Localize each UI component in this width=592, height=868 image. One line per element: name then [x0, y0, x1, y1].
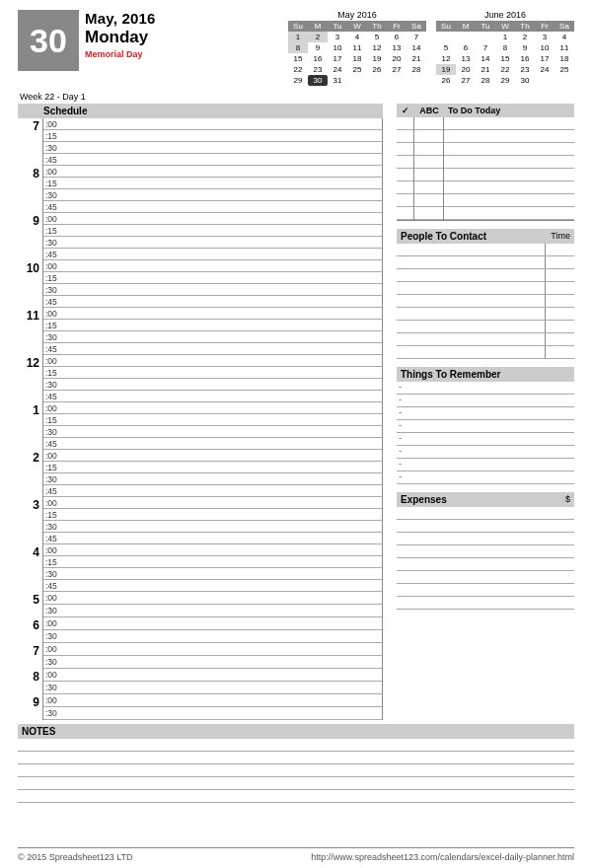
remember-row: -	[397, 395, 574, 407]
remember-row: -	[397, 382, 574, 395]
expense-row	[397, 584, 574, 597]
hour-label: 9	[18, 694, 43, 720]
remember-row: -	[397, 446, 574, 459]
hour-label: 3	[18, 497, 43, 544]
todo-row	[444, 130, 574, 143]
contact-row	[397, 256, 574, 269]
remember-title: Things To Remember	[401, 369, 501, 380]
hour-label: 7	[18, 643, 43, 669]
remember-panel: Things To Remember --------	[397, 367, 574, 484]
contact-row	[397, 308, 574, 321]
notes-rows	[18, 739, 574, 803]
todo-row	[414, 169, 443, 181]
expense-row	[397, 520, 574, 533]
day-number: 30	[18, 10, 79, 71]
schedule-header: Schedule	[18, 104, 383, 118]
hour-label: 11	[18, 308, 43, 355]
expenses-rows	[397, 507, 574, 610]
hour-label: 5	[18, 592, 43, 617]
todo-row	[414, 117, 443, 130]
contact-header: People To Contact Time	[397, 229, 574, 244]
todo-col-abc: ABC	[414, 104, 444, 117]
todo-col-check: ✓	[397, 104, 414, 117]
schedule-slot: :45	[43, 249, 382, 260]
expenses-panel: Expenses $	[397, 492, 574, 610]
schedule-slot: :15	[43, 414, 382, 426]
hour-label: 7	[18, 118, 43, 166]
holiday-label: Memorial Day	[85, 49, 156, 59]
schedule-slot: :30	[43, 473, 382, 485]
footer: © 2015 Spreadsheet123 LTD http://www.spr…	[18, 847, 574, 862]
schedule-slot: :30	[43, 284, 382, 296]
schedule-slot: :45	[43, 391, 382, 402]
todo-row	[397, 207, 413, 220]
mini-calendar: June 2016SuMTuWThFrSa1234567891011121314…	[436, 10, 574, 86]
todo-row	[414, 143, 443, 156]
schedule-slot: :15	[43, 225, 382, 237]
schedule-slot: :45	[43, 580, 382, 592]
remember-row: -	[397, 471, 574, 484]
todo-row	[397, 169, 413, 181]
schedule-slot: :00	[43, 592, 382, 605]
todo-row	[444, 181, 574, 194]
expense-row	[397, 571, 574, 584]
todo-col-title: To Do Today	[444, 104, 574, 117]
hour-label: 8	[18, 669, 43, 694]
schedule-slot: :45	[43, 201, 382, 213]
schedule-slot: :45	[43, 296, 382, 308]
schedule-slot: :15	[43, 462, 382, 473]
remember-row: -	[397, 459, 574, 471]
contact-row	[397, 282, 574, 295]
schedule-slot: :45	[43, 154, 382, 166]
footer-copyright: © 2015 Spreadsheet123 LTD	[18, 852, 133, 862]
schedule-slot: :45	[43, 533, 382, 544]
schedule-grid: 7:00:15:30:458:00:15:30:459:00:15:30:451…	[18, 118, 383, 720]
minical-title: May 2016	[288, 10, 426, 20]
contact-row	[397, 333, 574, 346]
todo-row	[414, 156, 443, 169]
contact-row	[397, 346, 574, 359]
contact-row	[397, 269, 574, 282]
schedule-slot: :00	[43, 213, 382, 225]
notes-row	[18, 764, 574, 777]
schedule-slot: :45	[43, 438, 382, 450]
todo-row	[444, 143, 574, 156]
expenses-symbol: $	[565, 494, 570, 505]
schedule-slot: :30	[43, 630, 382, 643]
hour-label: 12	[18, 355, 43, 402]
schedule-slot: :15	[43, 556, 382, 568]
remember-rows: --------	[397, 382, 574, 484]
schedule-slot: :30	[43, 656, 382, 669]
contact-row	[397, 321, 574, 333]
notes-header: NOTES	[18, 724, 574, 739]
schedule-slot: :00	[43, 260, 382, 272]
schedule-slot: :15	[43, 509, 382, 521]
schedule-slot: :00	[43, 669, 382, 682]
schedule-slot: :30	[43, 682, 382, 694]
expense-row	[397, 597, 574, 610]
schedule-slot: :30	[43, 331, 382, 343]
week-label: Week 22 - Day 1	[20, 92, 574, 102]
schedule-slot: :00	[43, 694, 382, 707]
todo-header: ✓ ABC To Do Today	[397, 104, 574, 117]
hour-label: 10	[18, 260, 43, 308]
todo-row	[397, 130, 413, 143]
remember-row: -	[397, 407, 574, 420]
schedule-slot: :00	[43, 617, 382, 630]
schedule-slot: :15	[43, 130, 382, 142]
notes-row	[18, 739, 574, 752]
hour-label: 6	[18, 617, 43, 643]
todo-row	[414, 181, 443, 194]
schedule-slot: :15	[43, 272, 382, 284]
date-block: 30 May, 2016 Monday Memorial Day	[18, 10, 156, 86]
schedule-slot: :15	[43, 320, 382, 331]
expenses-title: Expenses	[401, 494, 447, 505]
schedule-slot: :30	[43, 237, 382, 249]
todo-row	[397, 143, 413, 156]
contact-panel: People To Contact Time	[397, 229, 574, 359]
contact-row	[397, 295, 574, 308]
contact-title: People To Contact	[401, 231, 486, 242]
schedule-slot: :00	[43, 450, 382, 462]
schedule-slot: :30	[43, 605, 382, 617]
schedule-slot: :45	[43, 485, 382, 497]
